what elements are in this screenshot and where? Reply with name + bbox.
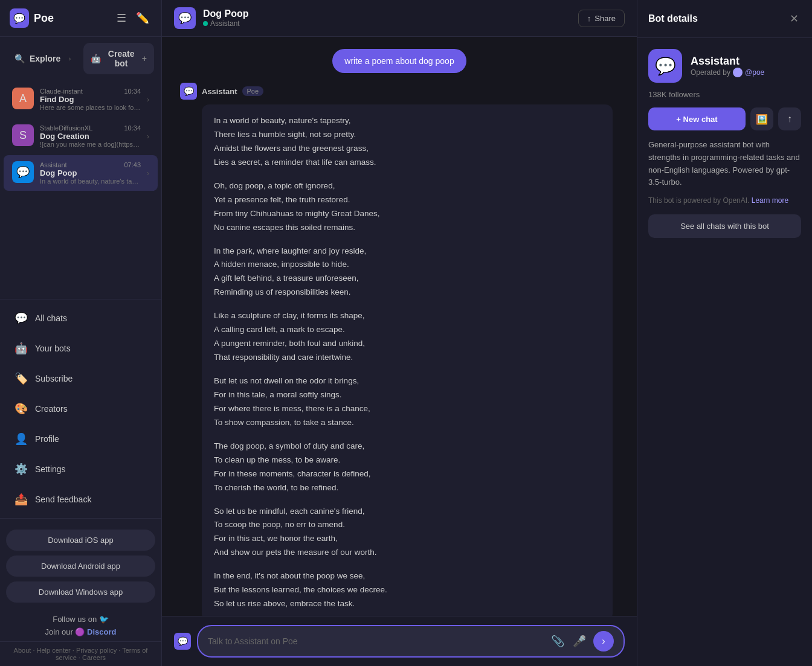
sidebar-item-subscribe[interactable]: 🏷️ Subscribe xyxy=(4,365,158,392)
new-chat-button[interactable]: + New chat xyxy=(648,107,746,130)
see-all-chats-button[interactable]: See all chats with this bot xyxy=(648,214,801,238)
chat-bot-name: Claude-instant xyxy=(40,88,83,95)
image-action-button[interactable]: 🖼️ xyxy=(750,107,773,130)
attachment-icon-button[interactable]: 📎 xyxy=(550,633,566,649)
learn-more-link[interactable]: Learn more xyxy=(752,196,788,205)
chevron-right-icon: › xyxy=(147,95,149,104)
all-chats-icon: 💬 xyxy=(14,312,28,325)
footer-privacy-link[interactable]: Privacy policy xyxy=(76,647,117,654)
sidebar-footer: About · Help center · Privacy policy · T… xyxy=(0,641,161,666)
main-chat: 💬 Dog Poop Assistant ↑ Share write a poe… xyxy=(162,0,637,666)
settings-icon: ⚙️ xyxy=(14,463,28,476)
sidebar-item-label: All chats xyxy=(35,313,67,323)
poem-stanza: In a world of beauty, nature's tapestry,… xyxy=(214,114,601,170)
avatar: 💬 xyxy=(12,161,34,183)
create-bot-button[interactable]: 🤖 Create bot + xyxy=(83,43,155,74)
follow-discord-text: Join our xyxy=(45,627,73,636)
sidebar-follow: Follow us on 🐦 Join our 🟣 Discord xyxy=(0,610,161,641)
download-android-button[interactable]: Download Android app xyxy=(6,556,155,577)
sidebar-item-label: Profile xyxy=(35,434,59,444)
chat-title: Dog Creation xyxy=(40,132,141,141)
discord-follow: Join our 🟣 Discord xyxy=(45,627,117,636)
sidebar-item-label: Settings xyxy=(35,464,66,474)
bot-details-body: 💬 Assistant Operated by @poe 138K follow… xyxy=(637,38,812,249)
create-bot-label: Create bot xyxy=(106,49,137,68)
microphone-icon-button[interactable]: 🎤 xyxy=(572,633,587,649)
chat-preview: In a world of beauty, nature's tapestry,… xyxy=(40,178,141,185)
sidebar-nav-top: 🔍 Explore › 🤖 Create bot + xyxy=(0,37,161,80)
create-bot-plus-icon: + xyxy=(142,54,147,63)
bot-details-title: Bot details xyxy=(648,13,698,24)
close-button[interactable]: ✕ xyxy=(787,10,801,28)
chat-info: Assistant 07:43 Dog Poop In a world of b… xyxy=(40,161,141,185)
bot-message-header: 💬 Assistant Poe xyxy=(180,83,619,100)
chat-item[interactable]: A Claude-instant 10:34 Find Dog Here are… xyxy=(4,82,158,117)
discord-icon: 🟣 xyxy=(75,627,87,636)
bot-msg-avatar: 💬 xyxy=(180,83,197,100)
share-button[interactable]: ↑ Share xyxy=(578,10,625,27)
avatar: A xyxy=(12,88,34,109)
chat-meta: Assistant 07:43 xyxy=(40,161,141,168)
download-windows-button[interactable]: Download Windows app xyxy=(6,581,155,603)
chat-list: A Claude-instant 10:34 Find Dog Here are… xyxy=(0,80,161,295)
chat-bot-name: Assistant xyxy=(40,161,67,168)
chat-time: 07:43 xyxy=(124,161,141,168)
twitter-icon: 🐦 xyxy=(99,615,109,624)
user-message: write a poem about dog poop xyxy=(332,49,466,73)
bot-details-avatar: 💬 xyxy=(648,49,682,83)
chat-header: 💬 Dog Poop Assistant ↑ Share xyxy=(162,0,637,37)
poem-stanza: So let us be mindful, each canine's frie… xyxy=(214,505,601,560)
chat-title: Find Dog xyxy=(40,95,141,104)
avatar: S xyxy=(12,124,34,146)
sidebar-item-creators[interactable]: 🎨 Creators xyxy=(4,395,158,423)
bot-details-header: Bot details ✕ xyxy=(637,0,812,38)
send-feedback-icon: 📤 xyxy=(14,493,28,506)
footer-about-link[interactable]: About xyxy=(14,647,31,654)
footer-help-link[interactable]: Help center xyxy=(37,647,71,654)
send-button[interactable]: › xyxy=(593,631,614,652)
bot-details-panel: Bot details ✕ 💬 Assistant Operated by @p… xyxy=(637,0,812,666)
chat-time: 10:34 xyxy=(124,88,141,95)
powered-text: This bot is powered by OpenAI. xyxy=(648,196,749,205)
chat-input[interactable] xyxy=(208,636,544,646)
sidebar-item-all-chats[interactable]: 💬 All chats xyxy=(4,304,158,332)
bot-details-operated: Operated by @poe xyxy=(691,68,764,77)
explore-button[interactable]: 🔍 Explore › xyxy=(7,43,79,74)
bot-details-name-block: Assistant Operated by @poe xyxy=(691,55,764,77)
explore-chevron-icon: › xyxy=(69,55,71,62)
follow-twitter-text: Follow us on xyxy=(53,615,97,624)
share-label: Share xyxy=(594,14,616,23)
bot-small-avatar: 💬 xyxy=(174,633,191,650)
sidebar: 💬 Poe ☰ ✏️ 🔍 Explore › 🤖 Create bot + A … xyxy=(0,0,162,666)
sidebar-item-profile[interactable]: 👤 Profile xyxy=(4,425,158,453)
chat-info: Claude-instant 10:34 Find Dog Here are s… xyxy=(40,88,141,111)
bot-details-info: 💬 Assistant Operated by @poe xyxy=(648,49,801,83)
share-action-button[interactable]: ↑ xyxy=(778,107,801,130)
sidebar-apps: Download iOS app Download Android app Do… xyxy=(0,522,161,610)
footer-careers-link[interactable]: Careers xyxy=(82,654,106,661)
sidebar-item-label: Creators xyxy=(35,404,68,414)
profile-icon: 👤 xyxy=(14,432,28,446)
search-icon: 🔍 xyxy=(14,54,25,63)
explore-label: Explore xyxy=(30,54,60,63)
chat-preview: ![can you make me a dog](https://qph... xyxy=(40,141,141,148)
sidebar-item-your-bots[interactable]: 🤖 Your bots xyxy=(4,335,158,362)
discord-label[interactable]: Discord xyxy=(87,627,116,636)
download-ios-button[interactable]: Download iOS app xyxy=(6,530,155,551)
sidebar-item-settings[interactable]: ⚙️ Settings xyxy=(4,455,158,483)
operator-name: @poe xyxy=(745,68,764,77)
chat-messages: write a poem about dog poop 💬 Assistant … xyxy=(162,37,637,616)
chat-input-area: 💬 📎 🎤 › xyxy=(162,616,637,666)
chat-header-sub-text: Assistant xyxy=(210,19,240,28)
chat-item[interactable]: S StableDiffusionXL 10:34 Dog Creation !… xyxy=(4,118,158,154)
menu-icon-button[interactable]: ☰ xyxy=(114,9,129,27)
chat-title: Dog Poop xyxy=(40,168,141,178)
poem-stanza: But let us not dwell on the odor it brin… xyxy=(214,374,601,430)
chat-item-active[interactable]: 💬 Assistant 07:43 Dog Poop In a world of… xyxy=(4,155,158,191)
sidebar-item-send-feedback[interactable]: 📤 Send feedback xyxy=(4,485,158,513)
bot-details-name: Assistant xyxy=(691,55,764,68)
poem-stanza: Like a sculpture of clay, it forms its s… xyxy=(214,309,601,365)
edit-icon-button[interactable]: ✏️ xyxy=(134,9,152,27)
your-bots-icon: 🤖 xyxy=(14,342,28,355)
chat-meta: Claude-instant 10:34 xyxy=(40,88,141,95)
